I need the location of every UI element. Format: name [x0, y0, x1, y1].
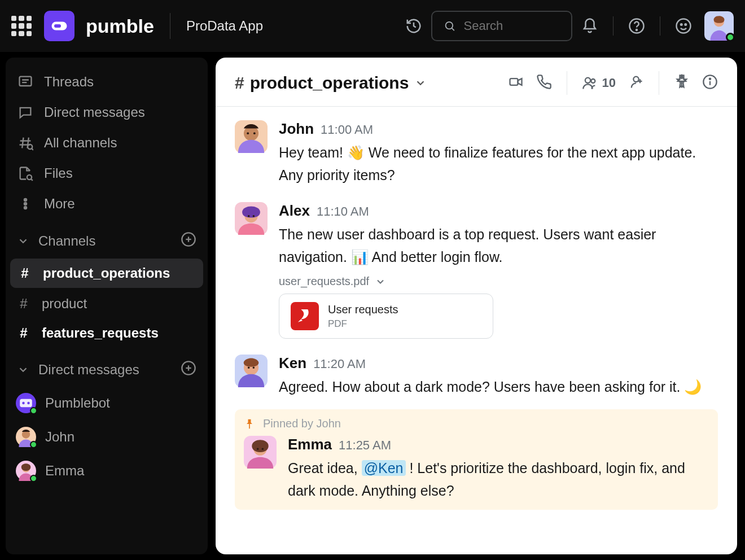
svg-rect-35 — [510, 78, 518, 85]
add-channel-button[interactable] — [181, 231, 196, 251]
svg-rect-30 — [20, 399, 32, 407]
sidebar-item-label: Direct messages — [44, 104, 145, 120]
channel-product-operations[interactable]: # product_operations — [10, 259, 203, 288]
divider — [613, 16, 613, 36]
channel-features-requests[interactable]: # features_requests — [6, 320, 208, 347]
channels-toggle[interactable]: Channels — [17, 233, 95, 249]
message[interactable]: John 11:00 AM Hey team! 👋 We need to fin… — [216, 112, 737, 194]
sidebar-item-all-channels[interactable]: All channels — [6, 129, 208, 157]
pin-button[interactable] — [674, 74, 690, 92]
sidebar: Threads Direct messages All channels Fil… — [6, 58, 208, 554]
presence-indicator-icon — [30, 475, 37, 482]
message[interactable]: Alex 11:10 AM The new user dashboard is … — [216, 194, 737, 347]
sidebar-item-more[interactable]: More — [6, 190, 208, 218]
pdf-icon — [291, 302, 319, 330]
message-time: 11:25 AM — [339, 438, 391, 453]
pinned-message[interactable]: Pinned by John Emma 11:25 AM Great idea,… — [235, 409, 718, 510]
message-time: 11:20 AM — [313, 357, 366, 371]
channel-title-button[interactable]: # product_operations — [235, 73, 427, 93]
member-count: 10 — [602, 76, 616, 90]
dm-name: John — [45, 429, 74, 445]
message-author[interactable]: Alex — [279, 202, 310, 220]
section-label: Direct messages — [38, 362, 139, 378]
plus-circle-icon — [181, 360, 196, 376]
search-input[interactable] — [464, 19, 560, 33]
add-dm-button[interactable] — [181, 360, 196, 379]
file-attachment[interactable]: User requests PDF — [279, 294, 493, 339]
channel-product[interactable]: # product — [6, 290, 208, 317]
sidebar-section-dms: Direct messages — [6, 349, 208, 385]
svg-line-13 — [22, 138, 23, 148]
history-icon[interactable] — [404, 16, 423, 36]
file-type: PDF — [328, 318, 398, 330]
avatar — [16, 427, 36, 447]
avatar — [16, 461, 36, 481]
message-author[interactable]: Emma — [288, 436, 332, 453]
svg-point-54 — [248, 366, 249, 368]
files-icon — [17, 165, 34, 182]
hash-icon: # — [235, 73, 244, 93]
search-icon — [444, 19, 456, 33]
svg-marker-36 — [518, 78, 522, 85]
mention[interactable]: @Ken — [362, 460, 406, 476]
dm-name: Pumblebot — [45, 395, 110, 411]
message-author[interactable]: John — [279, 120, 314, 138]
notifications-icon[interactable] — [580, 16, 599, 36]
divider — [170, 13, 170, 39]
svg-point-48 — [247, 132, 249, 134]
attachment-toggle[interactable]: user_requests.pdf — [279, 275, 718, 288]
dm-pumblebot[interactable]: Pumblebot — [6, 387, 208, 419]
chevron-down-icon — [17, 364, 29, 376]
message[interactable]: Ken 11:20 AM Agreed. How about a dark mo… — [216, 347, 737, 406]
sidebar-section-channels: Channels — [6, 220, 208, 256]
video-icon — [508, 74, 524, 90]
svg-point-59 — [262, 448, 264, 449]
sidebar-item-files[interactable]: Files — [6, 159, 208, 187]
svg-point-39 — [633, 77, 638, 82]
message-author[interactable]: Ken — [279, 355, 306, 372]
video-call-button[interactable] — [508, 74, 524, 92]
audio-call-button[interactable] — [536, 74, 552, 92]
sidebar-item-threads[interactable]: Threads — [6, 68, 208, 96]
avatar[interactable] — [235, 355, 268, 387]
help-icon[interactable] — [627, 16, 646, 36]
avatar[interactable] — [235, 202, 268, 235]
svg-point-22 — [24, 203, 27, 205]
sidebar-item-label: More — [44, 196, 75, 212]
avatar — [16, 393, 36, 413]
avatar[interactable] — [235, 120, 268, 153]
user-avatar[interactable] — [704, 11, 734, 41]
hash-icon: # — [16, 296, 32, 312]
avatar[interactable] — [244, 436, 277, 469]
message-list: John 11:00 AM Hey team! 👋 We need to fin… — [216, 107, 737, 554]
svg-point-32 — [27, 402, 30, 405]
workspace-switcher[interactable]: ProData App — [186, 18, 263, 34]
emoji-icon[interactable] — [674, 16, 693, 36]
message-time: 11:00 AM — [321, 123, 373, 137]
info-icon — [702, 74, 718, 90]
dms-toggle[interactable]: Direct messages — [17, 362, 139, 378]
dm-emma[interactable]: Emma — [6, 455, 208, 487]
add-people-button[interactable] — [628, 74, 644, 92]
app-header: pumble ProData App — [0, 0, 745, 52]
channel-name: product — [42, 296, 87, 312]
svg-point-23 — [24, 207, 27, 209]
svg-point-5 — [636, 29, 637, 30]
sidebar-item-direct-messages[interactable]: Direct messages — [6, 98, 208, 126]
channel-header: # product_operations 10 — [216, 58, 737, 107]
app-launcher-icon[interactable] — [11, 16, 32, 36]
channel-name: product_operations — [250, 73, 409, 93]
message-text: The new user dashboard is a top request.… — [279, 223, 718, 268]
sidebar-item-label: Files — [44, 165, 73, 181]
info-button[interactable] — [702, 74, 718, 92]
attachment-filename: user_requests.pdf — [279, 275, 369, 288]
svg-point-55 — [253, 366, 255, 368]
svg-point-31 — [22, 402, 25, 405]
chevron-down-icon — [414, 77, 427, 89]
members-button[interactable]: 10 — [582, 75, 616, 91]
brand-logo-icon[interactable] — [44, 11, 74, 41]
dm-john[interactable]: John — [6, 421, 208, 453]
svg-point-8 — [685, 24, 687, 25]
search-box[interactable] — [431, 11, 572, 41]
svg-point-38 — [591, 79, 595, 83]
